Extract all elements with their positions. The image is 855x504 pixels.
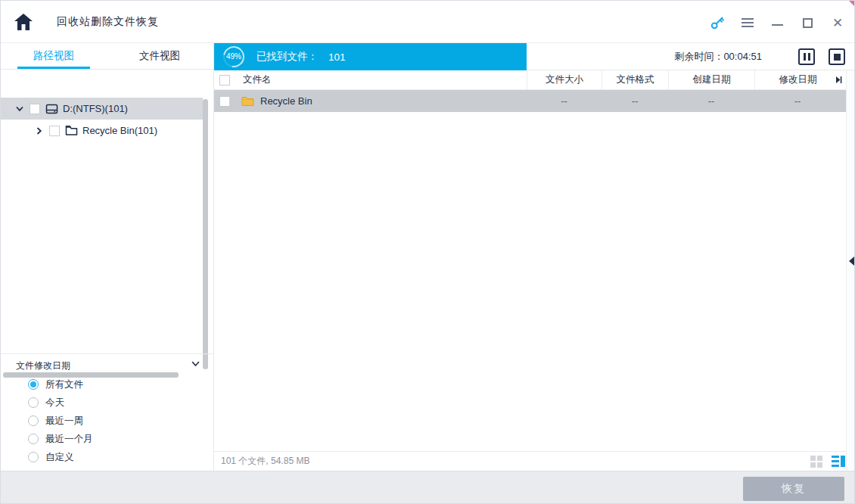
column-header-filename[interactable]: 文件名: [214, 70, 527, 89]
filter-option-last-month[interactable]: 最近一个月: [1, 430, 213, 448]
tab-path-view-label: 路径视图: [33, 50, 74, 61]
filter-option-label: 今天: [45, 397, 64, 409]
filter-option-label: 最近一个月: [45, 433, 93, 446]
drive-checkbox[interactable]: [30, 104, 40, 114]
filter-option-label: 自定义: [45, 451, 74, 464]
grid-view-icon[interactable]: [810, 456, 822, 468]
column-header-label: 文件大小: [546, 73, 583, 86]
left-panel: 路径视图 文件视图 D:(NTFS)(101): [1, 43, 213, 471]
license-key-button[interactable]: [707, 14, 727, 31]
remaining-time-value: 00:04:51: [723, 51, 762, 62]
folder-yellow-icon: [241, 95, 254, 107]
chevron-down-icon[interactable]: [191, 361, 200, 367]
app-window: 回收站删除文件恢复 ✕ 路径视图 文件视图: [0, 0, 855, 504]
bottom-action-bar: 恢复: [1, 471, 855, 504]
found-files-count: 101: [328, 51, 346, 63]
tree-row-drive[interactable]: D:(NTFS)(101): [1, 98, 203, 120]
tree-label: Recycle Bin(101): [82, 125, 157, 136]
maximize-button[interactable]: [797, 14, 817, 31]
tab-file-view-label: 文件视图: [139, 50, 180, 61]
status-bar: 101 个文件, 54.85 MB: [214, 451, 846, 471]
file-name: Recycle Bin: [260, 95, 312, 107]
pause-icon: [804, 53, 810, 61]
table-row-recycle-bin[interactable]: Recycle Bin -- -- -- --: [214, 90, 846, 112]
date-filter-options: 所有文件 今天 最近一周 最近一个月 自定义: [1, 375, 213, 466]
page-title: 回收站删除文件恢复: [57, 15, 159, 29]
filter-option-last-week[interactable]: 最近一周: [1, 412, 213, 430]
select-all-checkbox[interactable]: [219, 75, 230, 86]
tab-path-view[interactable]: 路径视图: [1, 43, 107, 69]
key-icon: [710, 15, 725, 30]
progress-percent: 49%: [223, 46, 244, 67]
column-header-label: 创建日期: [693, 73, 731, 86]
file-count-summary: 101 个文件, 54.85 MB: [221, 452, 309, 471]
preview-panel-strip: [846, 70, 855, 471]
stop-button[interactable]: [829, 48, 845, 65]
column-header-filesize[interactable]: 文件大小: [527, 70, 602, 89]
column-scroll-right-icon[interactable]: [835, 76, 842, 84]
detail-view-icon[interactable]: [832, 456, 845, 468]
remaining-time: 剩余时间：00:04:51: [674, 43, 762, 70]
minimize-icon: [772, 24, 783, 26]
remaining-time-label: 剩余时间：: [674, 51, 723, 62]
filter-option-today[interactable]: 今天: [1, 394, 213, 412]
progress-percent-circle: 49%: [223, 46, 244, 67]
recover-button[interactable]: 恢复: [743, 477, 844, 501]
drive-icon: [45, 103, 58, 115]
column-header-label: 文件格式: [617, 73, 654, 86]
view-tabs: 路径视图 文件视图: [1, 43, 213, 70]
stop-icon: [834, 54, 841, 61]
chevron-right-icon[interactable]: [36, 127, 43, 135]
tab-file-view[interactable]: 文件视图: [107, 43, 213, 69]
progress-fill: 49% 已找到文件： 101: [214, 43, 527, 70]
tree-label: D:(NTFS)(101): [63, 103, 128, 114]
found-files-label: 已找到文件：: [256, 50, 318, 64]
active-tab-underline: [17, 67, 90, 69]
tree-row-recycle-bin[interactable]: Recycle Bin(101): [1, 120, 203, 142]
row-checkbox[interactable]: [219, 96, 230, 107]
filter-title: 文件修改日期: [16, 359, 70, 372]
hamburger-icon: [742, 18, 754, 27]
home-button[interactable]: [13, 12, 34, 32]
filter-option-all-files[interactable]: 所有文件: [1, 375, 213, 394]
corner-badge: [849, 1, 855, 8]
file-table-header: 文件名 文件大小 文件格式 创建日期 修改日期: [214, 70, 846, 90]
filter-option-label: 所有文件: [45, 378, 83, 391]
minimize-button[interactable]: [767, 14, 787, 31]
radio-icon: [28, 397, 39, 408]
column-header-created[interactable]: 创建日期: [668, 70, 754, 89]
filter-header[interactable]: 文件修改日期: [1, 354, 213, 375]
file-format: --: [602, 90, 668, 112]
maximize-icon: [803, 18, 813, 28]
column-header-format[interactable]: 文件格式: [602, 70, 668, 89]
file-size: --: [527, 90, 602, 112]
close-icon: ✕: [832, 17, 843, 30]
title-bar: 回收站删除文件恢复 ✕: [1, 1, 855, 43]
chevron-down-icon[interactable]: [16, 105, 23, 113]
column-header-label: 修改日期: [779, 73, 817, 86]
scan-progress-bar: 49% 已找到文件： 101 剩余时间：00:04:51: [214, 43, 855, 70]
column-header-label: 文件名: [243, 73, 272, 86]
pause-button[interactable]: [798, 48, 815, 65]
radio-checked-icon: [28, 379, 39, 390]
close-button[interactable]: ✕: [828, 14, 847, 31]
file-created: --: [668, 90, 754, 112]
radio-icon: [28, 415, 39, 426]
home-icon: [13, 12, 34, 32]
tree-vertical-scrollbar[interactable]: [203, 99, 208, 369]
menu-button[interactable]: [738, 14, 757, 31]
filter-option-custom[interactable]: 自定义: [1, 448, 213, 466]
file-modified: --: [754, 90, 841, 112]
column-header-modified[interactable]: 修改日期: [754, 70, 841, 89]
filter-option-label: 最近一周: [45, 415, 83, 428]
folder-outline-icon: [65, 125, 78, 136]
radio-icon: [28, 434, 39, 444]
radio-icon: [28, 452, 39, 462]
recycle-bin-checkbox[interactable]: [49, 126, 60, 136]
collapse-left-icon[interactable]: [849, 257, 854, 266]
